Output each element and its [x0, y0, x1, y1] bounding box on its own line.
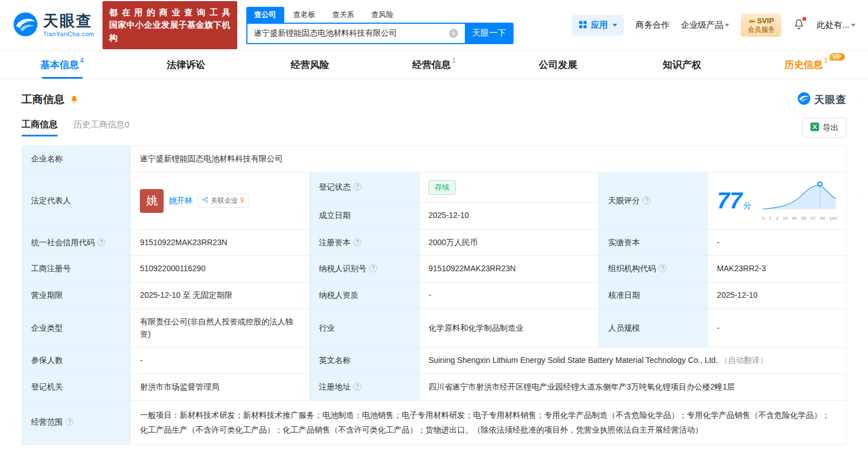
help-icon[interactable] — [353, 183, 361, 191]
business-term-value: 2025-12-10 至 无固定期限 — [131, 283, 310, 309]
tab-operating-risk[interactable]: 经营风险 — [248, 51, 372, 79]
help-icon[interactable] — [353, 383, 361, 391]
reg-status-label: 登记状态 — [310, 172, 420, 202]
score-chart: 0131550859799100 — [762, 179, 837, 223]
tab-label: 知识产权 — [663, 58, 702, 71]
section-title: 工商信息 — [22, 92, 65, 107]
tab-label: 经营信息 — [412, 58, 451, 71]
search-tab-relation[interactable]: 查关系 — [324, 7, 362, 23]
taxpayer-qualification-label: 纳税人资质 — [310, 283, 420, 309]
reg-capital-value: 2000万人民币 — [419, 229, 598, 256]
legal-rep-avatar[interactable]: 姚 — [140, 189, 164, 213]
tab-badge: 1 — [824, 57, 828, 65]
industry-label: 行业 — [310, 309, 420, 347]
svip-membership-badge[interactable]: SVIP 会员服务 — [741, 14, 781, 37]
header-right-menu: 应用 商务合作 企业级产品 SVIP 会员服务 — [572, 14, 856, 37]
table-row: 法定代表人 姚 姚开林 关联企业 — [22, 172, 846, 202]
search-button[interactable]: 天眼一下 — [465, 23, 514, 44]
reg-capital-label: 注册资本 — [310, 229, 420, 256]
apps-label: 应用 — [591, 20, 608, 31]
insured-count-value: - — [131, 348, 310, 374]
auto-translate-note: （自动翻译） — [720, 356, 768, 365]
user-name: 此处有... — [816, 20, 849, 31]
tab-company-development[interactable]: 公司发展 — [496, 51, 620, 79]
cooperation-label: 商务合作 — [635, 20, 669, 31]
search-input[interactable] — [246, 23, 465, 44]
crown-icon — [749, 16, 755, 25]
help-icon[interactable] — [97, 238, 105, 246]
search-tabs: 查公司 查老板 查关系 查风险 — [246, 7, 514, 23]
paid-capital-value: - — [708, 229, 846, 256]
org-code-value: MAK23RR2-3 — [708, 256, 846, 283]
tab-badge: 1 — [452, 57, 456, 65]
help-icon[interactable] — [643, 196, 651, 204]
staff-size-value: - — [708, 309, 846, 347]
export-button[interactable]: 导出 — [802, 118, 846, 138]
user-menu[interactable]: 此处有... — [816, 20, 856, 31]
tab-history-info[interactable]: 历史信息 1 VIP — [744, 51, 868, 79]
banner-line2: 国家中小企业发展子基金旗下机构 — [109, 19, 230, 44]
tab-label: 经营风险 — [291, 58, 330, 71]
banner-line1: 都在用的商业查询工具 — [109, 6, 230, 19]
taxpayer-id-value: 91510922MAK23RR23N — [419, 256, 598, 283]
table-row: 营业期限 2025-12-10 至 无固定期限 纳税人资质 - 核准日期 202… — [22, 283, 846, 309]
credit-code-label: 统一社会信用代码 — [22, 229, 131, 256]
score-number: 77 — [717, 188, 742, 213]
credit-code-value: 91510922MAK23RR23N — [131, 229, 310, 256]
notification-bell[interactable] — [793, 18, 805, 33]
search-tab-company[interactable]: 查公司 — [246, 7, 284, 23]
reg-number-label: 工商注册号 — [22, 256, 131, 283]
help-icon[interactable] — [66, 418, 74, 426]
help-icon[interactable] — [369, 264, 377, 272]
enterprise-label: 企业级产品 — [681, 20, 723, 31]
tianyancha-logo[interactable]: 天眼查 TianYanCha.com — [12, 11, 95, 40]
table-row: 企业名称 遂宁盛新锂能固态电池材料科技有限公司 — [22, 146, 846, 173]
tab-basic-info[interactable]: 基本信息 4 — [0, 51, 124, 79]
help-icon[interactable] — [659, 264, 666, 272]
export-label: 导出 — [823, 123, 839, 133]
subtab-business-registration[interactable]: 工商信息 — [22, 119, 58, 136]
search-tab-boss[interactable]: 查老板 — [285, 7, 323, 23]
subtab-history-registration[interactable]: 历史工商信息0 — [74, 119, 129, 136]
clear-search-icon[interactable] — [449, 29, 458, 38]
legal-rep-link[interactable]: 姚开林 — [169, 195, 193, 207]
search-row: 天眼一下 — [246, 23, 514, 44]
chevron-down-icon — [613, 24, 617, 27]
paid-capital-label: 实缴资本 — [599, 229, 708, 256]
company-info-table: 企业名称 遂宁盛新锂能固态电池材料科技有限公司 法定代表人 姚 姚开林 — [22, 146, 846, 445]
business-term-label: 营业期限 — [22, 283, 131, 309]
table-row: 经营范围 一般项目：新材料技术研发；新材料技术推广服务；电池制造；电池销售；电子… — [22, 400, 846, 444]
company-name-label: 企业名称 — [22, 146, 131, 173]
company-type-value: 有限责任公司(非自然人投资或控股的法人独资) — [131, 309, 310, 347]
tab-business-info[interactable]: 经营信息 1 — [372, 51, 496, 79]
tab-legal-proceedings[interactable]: 法律诉讼 — [124, 51, 248, 79]
taxpayer-id-label: 纳税人识别号 — [310, 256, 420, 283]
grid-icon — [579, 20, 587, 31]
search-tab-risk[interactable]: 查风险 — [364, 7, 401, 23]
reg-status-value: 存续 — [419, 172, 598, 202]
subtab-row: 工商信息 历史工商信息0 导出 — [22, 118, 846, 138]
search-area: 查公司 查老板 查关系 查风险 天眼一下 — [246, 7, 514, 44]
table-row: 统一社会信用代码 91510922MAK23RR23N 注册资本 2000万人民… — [22, 229, 846, 256]
table-row: 参保人数 - 英文名称 Suining Shengxin Lithium Ene… — [22, 348, 846, 374]
apps-button[interactable]: 应用 — [572, 15, 624, 36]
score-label: 天眼评分 — [599, 172, 708, 229]
tab-label: 历史信息 — [784, 58, 823, 71]
reg-authority-value: 射洪市市场监督管理局 — [131, 374, 310, 400]
menu-enterprise-products[interactable]: 企业级产品 — [681, 20, 729, 31]
menu-business-cooperation[interactable]: 商务合作 — [635, 20, 669, 31]
tab-intellectual-property[interactable]: 知识产权 — [620, 51, 744, 79]
brand-watermark: 天眼查 — [797, 92, 846, 108]
related-companies-pill[interactable]: 关联企业 9 — [198, 194, 249, 208]
status-badge: 存续 — [429, 180, 456, 195]
alert-bell-icon[interactable] — [69, 95, 79, 105]
logo-text-en: TianYanCha.com — [43, 31, 95, 37]
help-icon[interactable] — [353, 238, 361, 246]
staff-size-label: 人员规模 — [599, 309, 708, 347]
promo-banner: 都在用的商业查询工具 国家中小企业发展子基金旗下机构 — [102, 1, 237, 50]
reg-address-value: 四川省遂宁市射洪市经开区锂电产业园经锂大道东侧年产3万吨氧化锂项目办公楼2幢1层 — [419, 374, 846, 400]
table-row: 工商注册号 510922000116290 纳税人识别号 91510922MAK… — [22, 256, 846, 283]
score-value-cell: 77分 0131550859799100 — [708, 172, 846, 229]
top-header: 天眼查 TianYanCha.com 都在用的商业查询工具 国家中小企业发展子基… — [0, 0, 868, 51]
approval-date-value: 2025-12-10 — [708, 283, 846, 309]
